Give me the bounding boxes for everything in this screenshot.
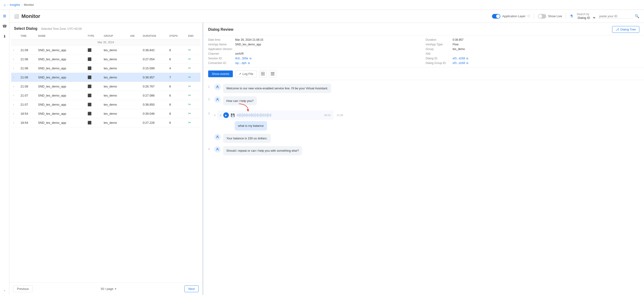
col-name[interactable]: NAME (36, 32, 86, 39)
sidebar-icon-phone[interactable]: ☎ (2, 23, 8, 29)
table-row[interactable]: › 21:08 SND_tes_demo_app ⬛ tes_demo 0:26… (11, 82, 200, 91)
row-duration: 0:38.850 (141, 100, 168, 109)
row-expand-icon[interactable]: › (13, 75, 14, 79)
dialog-review-title: Dialog Review (208, 27, 233, 32)
row-expand-icon[interactable]: › (13, 84, 14, 88)
session-id-copy-icon[interactable]: ⧉ (250, 57, 252, 60)
row-expand-icon[interactable]: › (13, 93, 14, 97)
row-ani (128, 64, 141, 73)
row-ani (128, 55, 141, 64)
app-layer-toggle[interactable] (492, 14, 500, 19)
row-expand-icon[interactable]: › (13, 103, 14, 106)
col-steps[interactable]: STEPS (168, 32, 186, 39)
row-expand-icon[interactable]: › (13, 48, 14, 52)
dialog-id-copy-icon[interactable]: ⧉ (466, 57, 468, 60)
dialog-group-id-value[interactable]: ef3...d168 (452, 61, 465, 65)
row-time: 21:08 (19, 55, 36, 64)
row-expand-icon[interactable]: › (13, 57, 14, 61)
next-button[interactable]: Next (184, 286, 198, 292)
bot-message-1: Welcome to our new voice-enabled service… (223, 84, 331, 93)
row-type-icon: ⬛ (88, 57, 92, 61)
row-duration: 0:38.842 (141, 46, 168, 55)
sidebar-expand[interactable]: » (4, 289, 5, 292)
table-row[interactable]: › 21:08 SND_tes_demo_app ⬛ tes_demo 0:38… (11, 73, 200, 82)
chat-area: 1 Welcome to our new voice-enabled servi… (204, 80, 644, 295)
row-type-icon: ⬛ (88, 112, 92, 115)
table-row[interactable]: › 21:09 SND_tes_demo_app ⬛ tes_demo 0:38… (11, 46, 200, 55)
table-row[interactable]: › 18:54 SND_tes_demo_app ⬛ tes_demo 0:39… (11, 109, 200, 118)
row-end-icon: ✂ (188, 48, 191, 52)
row-name: SND_tes_demo_app (36, 46, 86, 55)
row-name: SND_tes_demo_app (36, 109, 86, 118)
row-expand-icon[interactable]: › (13, 121, 14, 124)
search-group: Search by Dialog ID Session ID 🔍 (577, 12, 639, 20)
ani-label: ANI: (426, 52, 451, 55)
log-file-button[interactable]: ↗ Log File (235, 70, 256, 77)
row-type-icon: ⬛ (88, 103, 92, 106)
row-end-icon: ✂ (188, 57, 191, 61)
breadcrumb-chevron2: › (22, 3, 22, 6)
col-duration[interactable]: DURATION (141, 32, 168, 39)
sidebar-icon-grid[interactable]: ⊞ (2, 12, 8, 19)
col-end[interactable]: END (186, 32, 200, 39)
row-name: SND_tes_demo_app (36, 73, 86, 82)
row-ani (128, 73, 141, 82)
svg-point-8 (217, 98, 218, 99)
connection-id-copy-icon[interactable]: ⧉ (248, 62, 250, 65)
row-steps: 6 (168, 91, 186, 100)
show-live-toggle[interactable] (538, 14, 546, 19)
table-row[interactable]: › 21:07 SND_tes_demo_app ⬛ tes_demo 0:38… (11, 100, 200, 109)
sidebar-icon-download[interactable]: ⬇ (2, 33, 8, 39)
col-expand (11, 32, 19, 39)
home-icon[interactable]: ⌂ (4, 3, 6, 7)
filter-icon[interactable]: ⚗ (570, 14, 573, 18)
row-group: tes_demo (102, 82, 128, 91)
log-file-icon: ↗ (239, 72, 241, 76)
row-type-icon: ⬛ (88, 121, 92, 124)
table-row[interactable]: › 21:08 SND_tes_demo_app ⬛ tes_demo 0:15… (11, 64, 200, 73)
connection-id-value[interactable]: sip....bph (235, 61, 246, 65)
col-time[interactable]: TIME (19, 32, 36, 39)
page-size-chevron[interactable]: ▾ (115, 287, 116, 291)
table-row[interactable]: › 21:07 SND_tes_demo_app ⬛ tes_demo 0:27… (11, 91, 200, 100)
app-layer-info-icon[interactable]: ⓘ (527, 14, 530, 18)
session-id-value[interactable]: 9c6...300e (235, 57, 248, 60)
previous-button[interactable]: Previous (13, 286, 33, 292)
row-name: SND_tes_demo_app (36, 82, 86, 91)
play-button[interactable]: ▶ (223, 112, 229, 118)
row-time: 21:07 (19, 91, 36, 100)
user-message-3: what is my balance (235, 121, 267, 131)
row-group: tes_demo (102, 118, 128, 127)
row-type-icon: ⬛ (88, 93, 92, 97)
save-icon[interactable]: 💾 (231, 113, 235, 117)
col-type[interactable]: TYPE (86, 32, 102, 39)
row-steps: 7 (168, 73, 186, 82)
dialog-group-id-copy-icon[interactable]: ⧉ (466, 62, 468, 65)
breadcrumb-monitor: Monitor (24, 3, 34, 6)
bot-avatar-3b (214, 134, 221, 140)
row-steps: 6 (168, 82, 186, 91)
col-ani[interactable]: ANI (128, 32, 141, 39)
row-expand-icon[interactable]: › (13, 66, 14, 70)
svg-point-10 (217, 148, 218, 149)
row-expand-icon[interactable]: › (13, 112, 14, 115)
row-time: 21:08 (19, 82, 36, 91)
show-events-button[interactable]: Show events (208, 70, 233, 77)
expand-icon-3[interactable]: ▾ (214, 114, 216, 117)
audio-duration: 00:03 (324, 114, 330, 117)
grid-view-button[interactable] (259, 70, 266, 77)
breadcrumb-insights[interactable]: Insights (10, 3, 20, 6)
table-row[interactable]: › 18:54 SND_tes_demo_app ⬛ tes_demo 0:27… (11, 118, 200, 127)
search-input[interactable] (598, 14, 633, 19)
dialog-table-wrapper: TIME NAME TYPE GROUP ANI DURATION STEPS … (9, 32, 202, 283)
dialog-id-value[interactable]: ef3...d168 (452, 57, 465, 60)
list-view-button[interactable] (269, 70, 276, 77)
search-select[interactable]: Dialog ID Session ID (577, 16, 596, 20)
col-group[interactable]: GROUP (102, 32, 128, 39)
table-row[interactable]: › 21:08 SND_tes_demo_app ⬛ tes_demo 0:27… (11, 55, 200, 64)
breadcrumb-chevron: › (7, 3, 8, 6)
row-time: 18:54 (19, 118, 36, 127)
bot-avatar-1 (214, 84, 221, 90)
dialog-tree-button[interactable]: ⎇ Dialog Tree (612, 26, 639, 33)
search-button-icon[interactable]: 🔍 (635, 14, 639, 18)
